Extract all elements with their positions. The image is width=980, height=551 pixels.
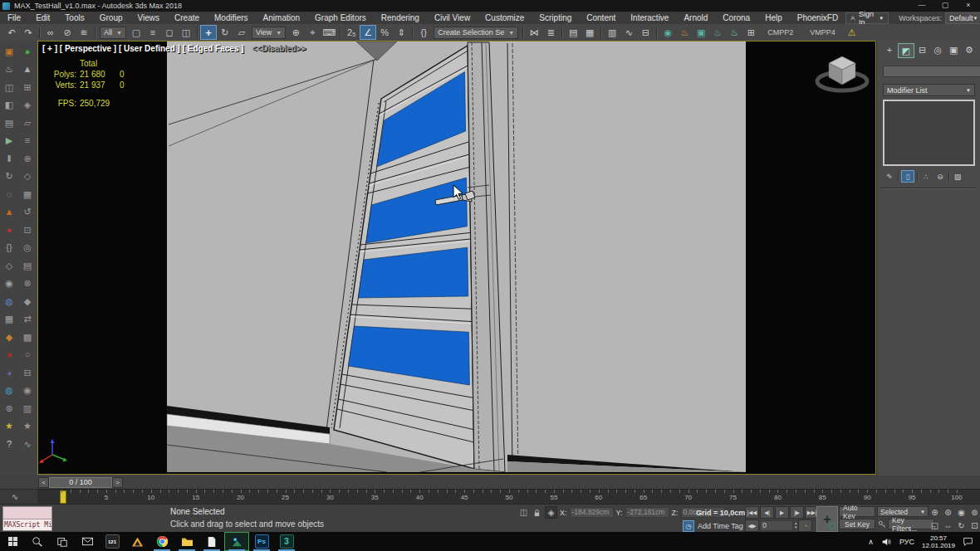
menu-rendering[interactable]: Rendering	[374, 13, 427, 22]
script-tool-doc-icon[interactable]: ▤	[2, 116, 17, 129]
script-tool2-rows-icon[interactable]: ▤	[21, 259, 35, 272]
script-tool-pause-icon[interactable]: ‖	[2, 152, 17, 165]
track-bar-ruler[interactable]: 5101520253035404550556065707580859095100	[37, 489, 980, 505]
script-tool2-target-icon[interactable]: ◎	[21, 241, 35, 255]
orbit-icon[interactable]: ↻	[955, 519, 968, 532]
selection-region-icon[interactable]: ◫	[518, 507, 529, 518]
render-setup-icon[interactable]: ♨	[676, 25, 693, 40]
menu-tools[interactable]: Tools	[57, 13, 91, 22]
menu-scripting[interactable]: Scripting	[532, 13, 579, 22]
vmpp4-button[interactable]: VMPP4	[801, 28, 844, 37]
workspaces-dropdown[interactable]: Default ▼	[945, 12, 980, 24]
script-tool-half-icon[interactable]: ◧	[2, 99, 17, 112]
time-tag-icon[interactable]: ◷	[683, 520, 694, 532]
active-photo-app-button[interactable]	[224, 532, 249, 551]
script-tool-amber-icon[interactable]: ◆	[2, 330, 17, 344]
set-key-button[interactable]: Set Key	[839, 519, 875, 529]
listener-input-row[interactable]	[3, 507, 51, 519]
modifier-stack[interactable]	[883, 100, 975, 166]
next-frame-slider-button[interactable]: >	[112, 477, 123, 488]
script-tool-burst-icon[interactable]: ⊛	[2, 402, 17, 415]
menu-customize[interactable]: Customize	[478, 13, 532, 22]
script-tool2-box-icon[interactable]: ⊡	[21, 223, 35, 236]
material-editor-icon[interactable]: ◉	[659, 25, 676, 40]
listener-text[interactable]: MAXScript Mi	[3, 519, 51, 530]
mail-app-button[interactable]	[75, 532, 100, 551]
viewport-scene[interactable]	[38, 41, 874, 472]
curve-editor-icon[interactable]: ∿	[620, 25, 637, 40]
motion-tab[interactable]: ◎	[930, 43, 945, 56]
select-and-manipulate-icon[interactable]: ⌖	[304, 25, 321, 40]
menu-phoenixfd[interactable]: PhoenixFD	[790, 13, 845, 22]
clock[interactable]: 20:57 12.01.2019	[922, 534, 955, 549]
frame-spinner[interactable]: ▲▼	[794, 522, 797, 529]
script-tool-red-drop-icon[interactable]: ●	[2, 223, 17, 236]
field-of-view-icon[interactable]: ◱	[929, 519, 941, 532]
time-slider-handle[interactable]: 0 / 100	[49, 477, 112, 488]
toggle-ribbon-icon[interactable]: ▥	[604, 25, 620, 40]
current-frame-field[interactable]: 0	[760, 520, 793, 531]
script-tool2-hatch-icon[interactable]: ▩	[21, 330, 35, 344]
script-tool2-solid-icon[interactable]: ◆	[21, 295, 35, 308]
configure-modifier-sets-icon[interactable]: ▧	[952, 171, 963, 182]
rectangular-selection-icon[interactable]: ◻	[161, 25, 178, 40]
previous-frame-slider-button[interactable]: <	[38, 477, 49, 488]
maximize-button[interactable]: ▢	[933, 0, 957, 12]
script-tool2-spark-icon[interactable]: ★	[21, 420, 35, 433]
script-tool2-green-dot-icon[interactable]: ●	[21, 45, 35, 58]
script-tool-star-icon[interactable]: ★	[2, 420, 17, 433]
action-center-icon[interactable]	[963, 536, 973, 547]
audio-player-button[interactable]	[125, 532, 149, 551]
script-tool-eye-icon[interactable]: ◉	[2, 277, 17, 290]
3dsmax-taskbar-button[interactable]: 3	[274, 532, 299, 551]
menu-edit[interactable]: Edit	[28, 13, 57, 22]
chrome-button[interactable]	[149, 532, 174, 551]
x-coordinate-field[interactable]: -184,829cm	[570, 507, 614, 518]
time-configuration-button[interactable]: ◔	[798, 519, 812, 532]
pan-icon[interactable]: ⇔	[942, 519, 954, 532]
script-tool2-list-icon[interactable]: ≡	[21, 134, 35, 148]
photoshop-button[interactable]: Ps	[249, 532, 274, 551]
select-and-scale-icon[interactable]: ▱	[233, 25, 250, 40]
utilities-tab[interactable]: ⚙	[962, 43, 977, 56]
angle-snap-icon[interactable]: ∠	[360, 25, 376, 40]
edit-named-selection-sets-icon[interactable]: {}	[415, 25, 432, 40]
menu-animation[interactable]: Animation	[256, 13, 307, 22]
close-button[interactable]: ×	[957, 0, 980, 12]
menu-graph-editors[interactable]: Graph Editors	[307, 13, 374, 22]
y-coordinate-field[interactable]: -272,161cm	[625, 507, 669, 518]
render-production-icon[interactable]: ♨	[709, 25, 726, 40]
script-tool-loop-icon[interactable]: ↻	[2, 170, 17, 183]
script-tool2-diamond-icon[interactable]: ◇	[21, 170, 35, 183]
script-tool2-swap-icon[interactable]: ⇄	[21, 313, 35, 326]
remove-modifier-icon[interactable]: ⊖	[934, 171, 946, 182]
previous-frame-button[interactable]: ◀|	[760, 506, 774, 519]
tray-chevron-icon[interactable]: ∧	[868, 538, 874, 546]
menu-views[interactable]: Views	[130, 13, 168, 22]
select-and-move-icon[interactable]: +	[200, 25, 217, 40]
start-button[interactable]	[0, 532, 25, 551]
set-keys-big-button[interactable]: +	[816, 506, 838, 532]
rendered-frame-window-icon[interactable]: ▣	[693, 25, 709, 40]
script-tool-flame-icon[interactable]: ▲	[2, 206, 17, 219]
toggle-layer-explorer-icon[interactable]: ▦	[581, 25, 598, 40]
script-tool2-mesh-icon[interactable]: ▦	[21, 188, 35, 201]
script-tool-purple-icon[interactable]: ◕	[2, 366, 17, 379]
zoom-extents-all-icon[interactable]: ⊚	[968, 506, 980, 519]
task-view-button[interactable]	[50, 532, 75, 551]
script-tool-diamond-icon[interactable]: ◇	[2, 259, 17, 272]
time-slider-track[interactable]: < 0 / 100 >	[0, 475, 980, 490]
pin-stack-icon[interactable]: ✎	[884, 171, 895, 182]
script-tool-grid-icon[interactable]: ▦	[2, 313, 17, 326]
script-tool2-slab-icon[interactable]: ▱	[21, 116, 35, 129]
language-indicator[interactable]: РУС	[899, 538, 914, 546]
render-iterative-icon[interactable]: ♨	[726, 25, 742, 40]
perspective-viewport[interactable]: [ + ] [ Perspective ] [ User Defined ] […	[37, 41, 876, 475]
next-frame-button[interactable]: |▶	[790, 506, 804, 519]
align-icon[interactable]: ≣	[542, 25, 559, 40]
keyboard-shortcut-override-icon[interactable]: ⌨	[321, 25, 337, 40]
key-filter-icon[interactable]	[877, 519, 886, 529]
script-tool2-circle-icon[interactable]: ○	[21, 349, 35, 362]
script-tool2-plus-icon[interactable]: ⊕	[21, 152, 35, 165]
mirror-icon[interactable]: ⋈	[526, 25, 542, 40]
